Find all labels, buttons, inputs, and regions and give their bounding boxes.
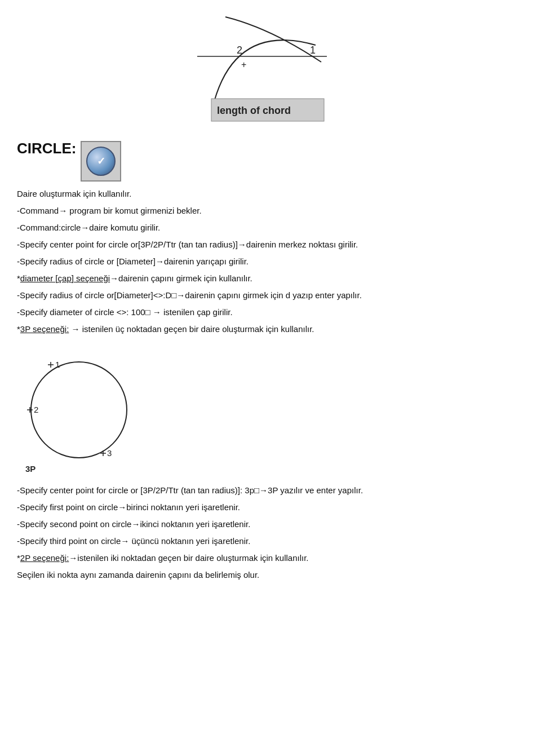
- para-7: -Specify radius of circle or[Diameter]<>…: [17, 289, 524, 302]
- para-12: -Specify second point on circle→ikinci n…: [17, 518, 524, 531]
- circle-tool-icon: ✓: [81, 141, 121, 182]
- arc-chord-diagram: 2 1 + length of chord: [180, 11, 361, 130]
- para-2: -Command→ program bir komut girmenizi be…: [17, 204, 524, 218]
- top-diagram: 2 1 + length of chord: [17, 11, 524, 130]
- svg-text:1: 1: [310, 45, 316, 56]
- circle-icon-inner: ✓: [86, 147, 116, 176]
- para-4: -Specify center point for circle or[3P/2…: [17, 238, 524, 251]
- para-9: *3P seçeneği: → istenilen üç noktadan ge…: [17, 322, 524, 336]
- para-13: -Specify third point on circle→ üçüncü n…: [17, 534, 524, 548]
- svg-text:1: 1: [55, 360, 60, 369]
- diagram-3p: 1 2 3 3P: [17, 345, 524, 475]
- svg-text:2: 2: [237, 45, 242, 56]
- para-11: -Specify first point on circle→birinci n…: [17, 501, 524, 514]
- para-3: -Command:circle→daire komutu girilir.: [17, 221, 524, 235]
- para-8: -Specify diameter of circle <>: 100□ → i…: [17, 306, 524, 319]
- para-10: -Specify center point for circle or [3P/…: [17, 484, 524, 497]
- circle-section-header: CIRCLE: ✓: [17, 141, 524, 182]
- para-14: *2P seçeneği:→istenilen iki noktadan geç…: [17, 551, 524, 565]
- svg-text:+: +: [241, 60, 246, 69]
- 3p-circle-diagram: 1 2 3 3P: [17, 345, 141, 475]
- svg-text:2: 2: [34, 405, 38, 414]
- para-1: Daire oluşturmak için kullanılır.: [17, 187, 524, 201]
- content-block-main: Daire oluşturmak için kullanılır. -Comma…: [17, 187, 524, 336]
- svg-text:3: 3: [107, 448, 112, 458]
- svg-point-6: [31, 362, 127, 458]
- checkmark-icon: ✓: [97, 155, 105, 167]
- content-block-3p: -Specify center point for circle or [3P/…: [17, 484, 524, 582]
- para-5: -Specify radius of circle or [Diameter]→…: [17, 255, 524, 268]
- para-15: Seçilen iki nokta aynı zamanda dairenin …: [17, 568, 524, 582]
- svg-text:3P: 3P: [25, 464, 36, 474]
- circle-heading: CIRCLE:: [17, 141, 76, 156]
- para-6: *diameter [çap] seçeneği→dairenin çapını…: [17, 272, 524, 285]
- svg-text:length of chord: length of chord: [217, 105, 291, 116]
